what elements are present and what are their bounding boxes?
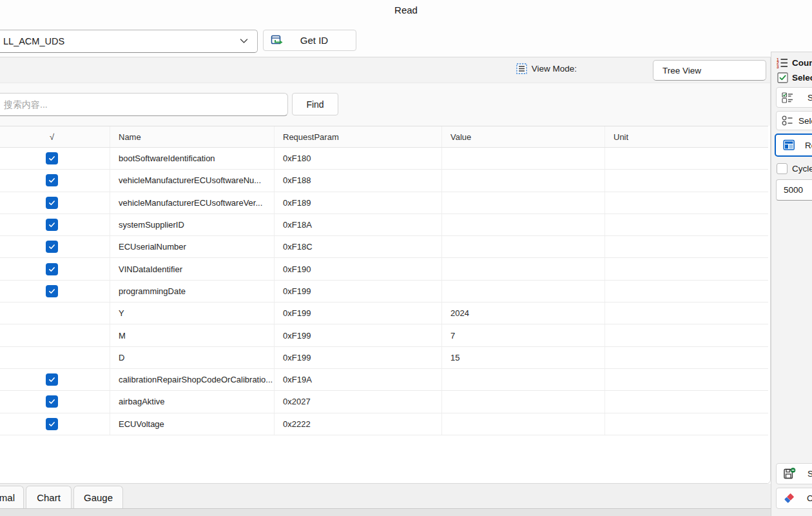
view-mode-icon xyxy=(516,63,527,74)
row-check-cell xyxy=(0,281,110,302)
row-request-param: 0xF180 xyxy=(275,148,442,169)
row-check-cell xyxy=(0,303,110,324)
column-header-name[interactable]: Name xyxy=(110,126,275,147)
select-all-button[interactable]: Sel xyxy=(776,87,812,108)
row-checkbox[interactable] xyxy=(46,241,58,253)
get-id-button[interactable]: Get ID xyxy=(263,30,356,51)
find-button[interactable]: Find xyxy=(292,93,338,115)
row-unit xyxy=(605,303,769,324)
table-row[interactable]: bootSoftwareIdentification 0xF180 xyxy=(0,148,768,170)
save-button[interactable]: S xyxy=(776,463,812,484)
view-mode-label: View Mode: xyxy=(532,64,577,74)
row-check-cell xyxy=(0,369,110,390)
row-check-cell xyxy=(0,148,110,169)
row-check-cell xyxy=(0,413,110,435)
table-row[interactable]: ECUserialNumber 0xF18C xyxy=(0,236,768,258)
row-request-param: 0xF199 xyxy=(275,347,442,368)
row-request-param: 0xF19A xyxy=(275,369,442,390)
select-mode-label: Selec xyxy=(798,116,812,126)
table-row[interactable]: vehicleManufacturerECUsoftwareVer... 0xF… xyxy=(0,192,768,214)
row-unit xyxy=(605,369,769,390)
tab-gauge-label: Gauge xyxy=(84,492,113,503)
row-checkbox[interactable] xyxy=(46,174,58,186)
row-check-cell xyxy=(0,391,110,412)
top-toolbar: LL_ACM_UDS Get ID xyxy=(0,21,812,57)
row-check-cell xyxy=(0,258,110,279)
search-input[interactable] xyxy=(0,93,288,116)
row-value: 2024 xyxy=(442,303,605,324)
row-value xyxy=(442,413,605,435)
row-checkbox[interactable] xyxy=(46,263,58,275)
column-header-check[interactable]: √ xyxy=(0,126,110,147)
eraser-icon xyxy=(783,492,795,504)
row-name: systemSupplierID xyxy=(110,214,275,235)
tab-gauge[interactable]: Gauge xyxy=(73,486,123,508)
table-row[interactable]: vehicleManufacturerECUsoftwareNu... 0xF1… xyxy=(0,170,768,192)
window-title: Read xyxy=(0,5,812,15)
read-window-icon xyxy=(783,139,795,151)
column-header-request-param[interactable]: RequestParam xyxy=(275,126,442,147)
column-header-value[interactable]: Value xyxy=(442,126,605,147)
clear-label: C xyxy=(801,493,812,503)
table-row[interactable]: VINDataIdentifier 0xF190 xyxy=(0,258,768,280)
row-value xyxy=(442,148,605,169)
row-value xyxy=(442,281,605,302)
row-unit xyxy=(605,236,769,257)
cycle-interval-input[interactable] xyxy=(776,179,812,201)
row-value xyxy=(442,192,605,213)
row-check-cell xyxy=(0,192,110,213)
row-unit xyxy=(605,324,769,346)
read-label: Rea xyxy=(801,141,812,150)
bottom-bar: mal Chart Gauge xyxy=(0,484,771,516)
row-value: 15 xyxy=(442,347,605,368)
row-request-param: 0xF199 xyxy=(275,281,442,302)
row-value: 7 xyxy=(442,324,605,346)
table-row[interactable]: calibrationRepairShopCodeOrCalibratio...… xyxy=(0,369,768,391)
table-row[interactable]: systemSupplierID 0xF18A xyxy=(0,214,768,236)
read-button[interactable]: Rea xyxy=(775,134,812,157)
select-mode-button[interactable]: Selec xyxy=(776,111,812,130)
view-mode-combobox[interactable]: Tree View xyxy=(653,60,766,81)
cycle-checkbox[interactable] xyxy=(777,163,788,174)
cycle-label: Cycle xyxy=(792,164,812,174)
clear-button[interactable]: C xyxy=(776,488,812,509)
row-request-param: 0xF199 xyxy=(275,324,442,346)
row-unit xyxy=(605,258,769,279)
selected-group: Selec xyxy=(777,72,812,83)
table-row[interactable]: M 0xF199 7 xyxy=(0,324,768,346)
svg-text:3: 3 xyxy=(777,64,779,69)
tab-normal[interactable]: mal xyxy=(0,486,24,508)
row-checkbox[interactable] xyxy=(46,373,58,386)
row-check-cell xyxy=(0,324,110,346)
row-value xyxy=(442,236,605,257)
row-unit xyxy=(605,192,769,213)
row-value xyxy=(442,369,605,390)
bottom-strip xyxy=(0,508,771,516)
select-all-label: Sel xyxy=(799,93,812,103)
get-id-icon xyxy=(271,34,284,47)
selected-checkbox-icon[interactable] xyxy=(777,72,788,83)
row-request-param: 0xF189 xyxy=(275,192,442,213)
row-checkbox[interactable] xyxy=(46,152,58,164)
row-checkbox[interactable] xyxy=(46,418,58,430)
column-header-unit[interactable]: Unit xyxy=(605,126,769,147)
row-name: bootSoftwareIdentification xyxy=(110,148,275,169)
table-row[interactable]: programmingDate 0xF199 xyxy=(0,281,768,303)
select-all-icon xyxy=(782,92,793,103)
row-request-param: 0xF190 xyxy=(275,258,442,279)
row-checkbox[interactable] xyxy=(46,395,58,408)
table-row[interactable]: airbagAktive 0x2027 xyxy=(0,391,768,413)
table-row[interactable]: ECUVoltage 0x2222 xyxy=(0,413,768,435)
right-sidebar: 1 2 3 Coun Selec xyxy=(771,52,812,516)
table-row[interactable]: Y 0xF199 2024 xyxy=(0,303,768,324)
table-row[interactable]: D 0xF199 15 xyxy=(0,347,768,369)
row-checkbox[interactable] xyxy=(46,285,58,297)
row-checkbox[interactable] xyxy=(46,219,58,231)
row-request-param: 0xF199 xyxy=(275,303,442,324)
row-name: D xyxy=(110,347,275,368)
count-label: Coun xyxy=(792,58,812,68)
row-checkbox[interactable] xyxy=(46,197,58,209)
target-ecu-combobox[interactable]: LL_ACM_UDS xyxy=(0,30,258,53)
row-unit xyxy=(605,281,769,302)
tab-chart[interactable]: Chart xyxy=(26,486,72,508)
